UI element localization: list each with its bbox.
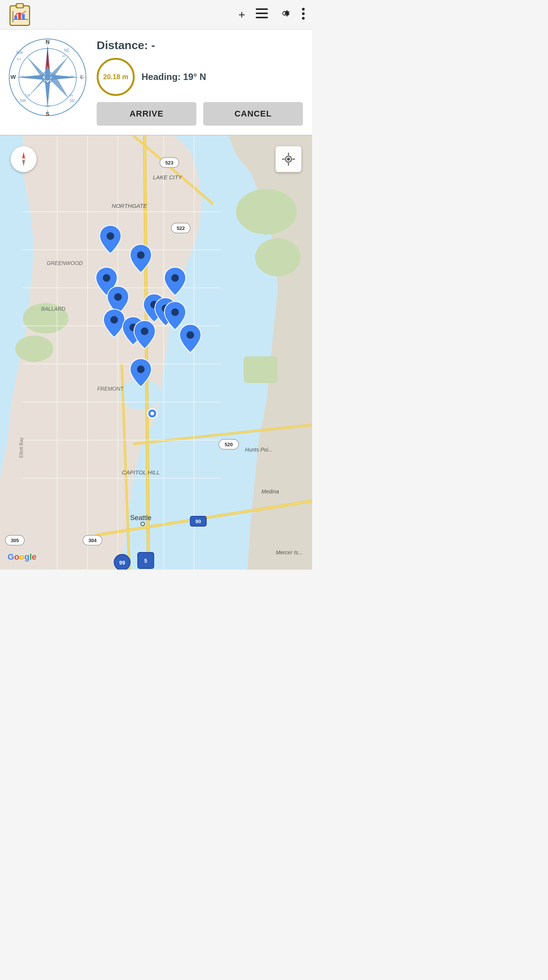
svg-point-55 — [255, 238, 301, 276]
google-text-g: G — [8, 552, 14, 562]
svg-text:45: 45 — [62, 55, 65, 58]
svg-text:SW: SW — [19, 98, 26, 103]
svg-rect-8 — [22, 14, 25, 19]
svg-text:135: 135 — [68, 94, 73, 97]
add-button[interactable]: + — [238, 8, 245, 21]
heading-display: Heading: 19° N — [142, 72, 206, 82]
svg-rect-10 — [256, 13, 268, 14]
heading-row: 20.18 m Heading: 19° N — [97, 58, 303, 96]
svg-point-54 — [236, 189, 297, 235]
svg-text:Medina: Medina — [261, 488, 279, 495]
svg-rect-11 — [256, 17, 268, 18]
svg-rect-56 — [244, 356, 278, 383]
menu-button[interactable] — [256, 8, 268, 21]
north-orientation-button[interactable] — [11, 146, 37, 172]
header-toolbar: + — [238, 7, 305, 22]
svg-marker-124 — [22, 152, 25, 159]
svg-point-12 — [302, 8, 305, 11]
arrive-button[interactable]: ARRIVE — [97, 102, 196, 126]
distance-display: Distance: - — [97, 39, 303, 52]
more-options-button[interactable] — [301, 8, 305, 22]
svg-point-53 — [15, 335, 53, 362]
google-watermark: G o o g l e — [8, 552, 37, 562]
svg-text:Elliott Bay: Elliott Bay — [19, 437, 24, 458]
my-location-button[interactable] — [276, 146, 301, 172]
google-text-g2: g — [24, 552, 29, 562]
svg-text:NE: NE — [64, 48, 70, 53]
map-view: 523 522 520 305 304 99 5 90 LAKE CITY NO… — [0, 136, 312, 570]
svg-text:Hunts Poi...: Hunts Poi... — [245, 447, 272, 453]
google-text-e: e — [32, 552, 37, 562]
svg-text:315: 315 — [16, 57, 21, 61]
svg-text:90: 90 — [196, 519, 201, 524]
svg-text:5: 5 — [144, 558, 147, 564]
svg-text:304: 304 — [88, 538, 97, 543]
svg-text:Mercer Is...: Mercer Is... — [276, 549, 303, 555]
svg-text:BALLARD: BALLARD — [41, 306, 65, 312]
accuracy-circle: 20.18 m — [97, 58, 135, 96]
svg-text:305: 305 — [11, 538, 19, 543]
svg-rect-3 — [17, 4, 22, 7]
compass-rose: N E S W NE SE SW NW 0 90 180 270 — [8, 37, 88, 117]
google-text-o2: o — [19, 552, 24, 562]
svg-text:GREENWOOD: GREENWOOD — [47, 260, 83, 266]
svg-text:LAKE CITY: LAKE CITY — [153, 174, 183, 180]
svg-text:W: W — [11, 74, 16, 80]
svg-point-14 — [302, 17, 305, 20]
svg-text:99: 99 — [119, 560, 125, 566]
svg-rect-9 — [256, 8, 268, 10]
svg-point-13 — [302, 13, 305, 15]
svg-point-132 — [287, 158, 290, 161]
nav-info-panel: Distance: - 20.18 m Heading: 19° N ARRIV… — [97, 37, 303, 126]
svg-text:NORTHGATE: NORTHGATE — [112, 203, 148, 209]
svg-text:520: 520 — [225, 442, 233, 447]
svg-text:NW: NW — [16, 50, 23, 55]
app-logo — [7, 1, 33, 29]
svg-text:CAPITOL HILL: CAPITOL HILL — [122, 469, 160, 476]
svg-text:FREMONT: FREMONT — [97, 386, 124, 392]
app-header: + — [0, 0, 312, 30]
action-buttons: ARRIVE CANCEL — [97, 102, 303, 126]
svg-marker-125 — [22, 160, 25, 166]
settings-button[interactable] — [279, 7, 291, 22]
nav-panel: N E S W NE SE SW NW 0 90 180 270 — [0, 30, 312, 136]
svg-text:Seattle: Seattle — [130, 514, 151, 522]
cancel-button[interactable]: CANCEL — [203, 102, 303, 126]
svg-text:522: 522 — [177, 225, 185, 231]
accuracy-value: 20.18 m — [103, 73, 128, 81]
svg-text:SE: SE — [70, 98, 75, 103]
svg-text:523: 523 — [165, 160, 174, 166]
google-text-o1: o — [14, 552, 19, 562]
svg-point-57 — [120, 379, 162, 410]
